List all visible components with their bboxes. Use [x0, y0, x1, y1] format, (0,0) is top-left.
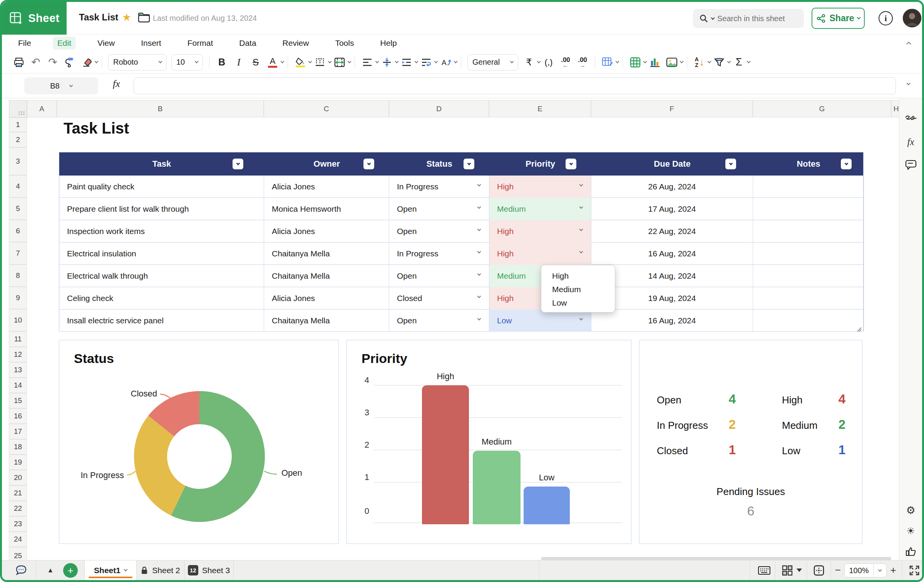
owner-cell[interactable]: Chaitanya Mella: [264, 265, 389, 287]
row-header-9[interactable]: 9: [9, 287, 27, 309]
menu-item-data[interactable]: Data: [234, 37, 261, 50]
insert-image-button[interactable]: [665, 54, 679, 70]
column-header-B[interactable]: B: [57, 100, 264, 117]
column-header-E[interactable]: E: [489, 100, 591, 117]
row-header-19[interactable]: 19: [9, 455, 27, 470]
row-header-21[interactable]: 21: [9, 485, 27, 501]
cell-dropdown-chevron-icon[interactable]: [579, 227, 583, 231]
formula-input[interactable]: [134, 77, 896, 94]
sort-button[interactable]: AZ ↓: [693, 54, 706, 70]
due-date-cell[interactable]: 19 Aug, 2024: [591, 287, 753, 309]
dropdown-option-medium[interactable]: Medium: [552, 283, 615, 296]
cell-dropdown-chevron-icon[interactable]: [477, 272, 481, 276]
spreadsheet-canvas[interactable]: ABCDEFGH 1234567891011121314151617181920…: [2, 98, 901, 565]
menu-item-tools[interactable]: Tools: [330, 37, 358, 50]
menu-item-help[interactable]: Help: [375, 37, 401, 50]
text-wrap-button[interactable]: [419, 54, 433, 70]
row-header-20[interactable]: 20: [9, 470, 27, 485]
row-header-5[interactable]: 5: [9, 197, 27, 220]
notes-cell[interactable]: [753, 176, 864, 198]
font-size-select[interactable]: 10: [171, 54, 203, 70]
font-color-button[interactable]: A: [266, 54, 280, 70]
filter-dropdown-button[interactable]: [363, 159, 374, 169]
row-header-14[interactable]: 14: [9, 378, 27, 393]
priority-cell[interactable]: Low: [489, 309, 591, 332]
status-cell[interactable]: Open: [389, 198, 489, 220]
merge-cells-button[interactable]: [333, 54, 346, 70]
filter-dropdown-button[interactable]: [233, 159, 243, 169]
row-header-13[interactable]: 13: [9, 362, 27, 378]
cell-dropdown-chevron-icon[interactable]: [477, 294, 481, 298]
priority-cell[interactable]: High: [489, 176, 591, 198]
conditional-format-button[interactable]: [601, 54, 614, 70]
menu-item-file[interactable]: File: [13, 37, 36, 50]
row-header-10[interactable]: 10: [9, 309, 27, 331]
row-header-3[interactable]: 3: [9, 147, 27, 175]
notes-cell[interactable]: [753, 220, 864, 242]
text-wrap-chevron-icon[interactable]: [434, 60, 438, 64]
merge-chevron-icon[interactable]: [348, 60, 352, 64]
insert-image-chevron-icon[interactable]: [680, 60, 684, 64]
folder-icon[interactable]: [137, 12, 151, 25]
print-button[interactable]: [12, 54, 26, 70]
notes-cell[interactable]: [753, 265, 864, 287]
horizontal-align-button[interactable]: [360, 54, 374, 70]
row-header-22[interactable]: 22: [9, 501, 27, 516]
insert-chart-button[interactable]: [648, 54, 662, 70]
task-cell[interactable]: Celing check: [59, 287, 264, 309]
row-header-2[interactable]: 2: [9, 132, 27, 147]
view-layout-button[interactable]: [778, 560, 797, 580]
due-date-cell[interactable]: 14 Aug, 2024: [591, 265, 753, 287]
filter-chevron-icon[interactable]: [727, 60, 731, 64]
notes-cell[interactable]: [753, 242, 864, 265]
row-header-4[interactable]: 4: [9, 175, 27, 197]
eraser-chevron-icon[interactable]: [95, 60, 99, 64]
search-input[interactable]: Search in this sheet: [693, 9, 804, 28]
row-header-11[interactable]: 11: [9, 331, 27, 347]
increase-decimal-button[interactable]: .00→: [576, 54, 589, 70]
zoom-in-button[interactable]: +: [887, 560, 899, 580]
status-cell[interactable]: Open: [389, 220, 489, 242]
status-cell[interactable]: In Progress: [389, 242, 489, 265]
row-header-16[interactable]: 16: [9, 408, 27, 424]
user-avatar[interactable]: [903, 9, 921, 27]
status-cell[interactable]: Open: [389, 309, 489, 332]
filter-dropdown-button[interactable]: [725, 159, 736, 169]
due-date-cell[interactable]: 16 Aug, 2024: [591, 309, 753, 332]
tab-sheet2[interactable]: Sheet 2: [137, 560, 184, 580]
fill-color-button[interactable]: [293, 54, 307, 70]
column-header-F[interactable]: F: [591, 100, 753, 117]
cell-dropdown-chevron-icon[interactable]: [477, 227, 481, 231]
menu-item-insert[interactable]: Insert: [136, 37, 166, 50]
fill-color-chevron-icon[interactable]: [308, 60, 312, 64]
cell-name-box[interactable]: B8: [24, 77, 98, 94]
dropdown-option-low[interactable]: Low: [552, 296, 615, 309]
owner-cell[interactable]: Alicia Jones: [264, 220, 389, 242]
status-cell[interactable]: Closed: [389, 287, 489, 309]
row-header-23[interactable]: 23: [9, 516, 27, 532]
text-rotate-button[interactable]: A: [439, 54, 453, 70]
due-date-cell[interactable]: 17 Aug, 2024: [591, 198, 753, 220]
task-cell[interactable]: Electrical walk through: [59, 265, 264, 287]
fullscreen-button[interactable]: [904, 560, 924, 580]
share-button[interactable]: Share: [812, 8, 865, 29]
owner-cell[interactable]: Monica Hemsworth: [264, 198, 389, 220]
status-chart-panel[interactable]: Status OpenIn ProgressClosed: [59, 340, 339, 544]
strikethrough-button[interactable]: S: [249, 54, 263, 70]
search-scope-chevron-icon[interactable]: [711, 16, 715, 20]
vertical-align-chevron-icon[interactable]: [395, 60, 399, 64]
row-header-15[interactable]: 15: [9, 393, 27, 408]
notes-cell[interactable]: [753, 309, 864, 332]
tab-sheet3[interactable]: 12 Sheet 3: [184, 560, 234, 580]
sort-chevron-icon[interactable]: [708, 60, 711, 64]
eraser-button[interactable]: [80, 54, 94, 70]
insert-table-chevron-icon[interactable]: [643, 60, 647, 64]
priority-cell[interactable]: Medium: [489, 198, 591, 220]
task-cell[interactable]: Inspection work items: [59, 220, 264, 242]
cell-dropdown-chevron-icon[interactable]: [579, 317, 583, 321]
zoom-level-chevron-icon[interactable]: [874, 564, 887, 577]
filter-dropdown-button[interactable]: [464, 159, 474, 169]
owner-cell[interactable]: Alicia Jones: [264, 287, 389, 309]
zoom-out-button[interactable]: −: [832, 560, 844, 580]
notes-cell[interactable]: [753, 287, 864, 309]
